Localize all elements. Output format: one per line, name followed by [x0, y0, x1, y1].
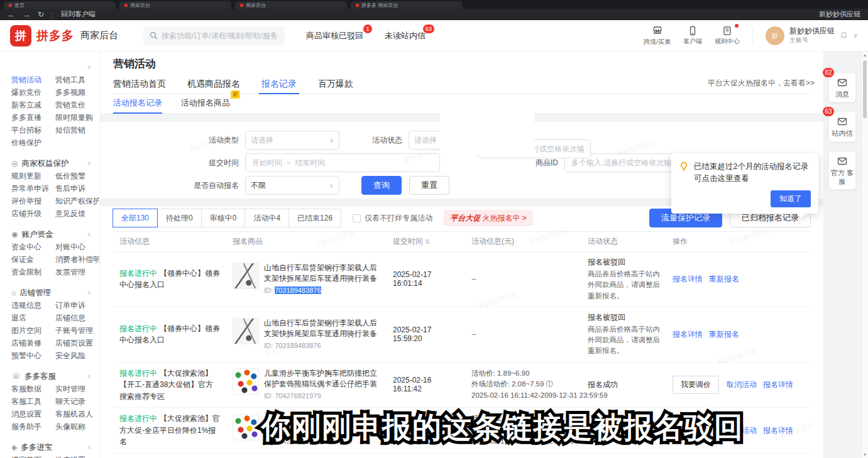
- reset-button[interactable]: 重置: [409, 176, 449, 195]
- sidebar-item[interactable]: 子账号管理: [55, 324, 99, 337]
- scrollbar-thumb[interactable]: [863, 60, 867, 118]
- sidebar-item[interactable]: 多多直播: [11, 111, 55, 124]
- sidebar-item[interactable]: 聊天记录: [55, 395, 99, 408]
- page-scrollbar[interactable]: ▲ ▼: [861, 52, 868, 458]
- status-segment[interactable]: 审核中0: [201, 209, 246, 227]
- activity-type-select[interactable]: 请选择 ∨: [245, 131, 339, 150]
- action-link[interactable]: 报名详情: [763, 380, 793, 389]
- sidebar-group-header[interactable]: ◎ 商家权益保护 ∧: [11, 157, 100, 170]
- browser-tab[interactable]: 首页: [4, 1, 116, 9]
- sidebar-group-header[interactable]: ∧: [11, 61, 100, 74]
- sidebar-item[interactable]: 营销活动: [11, 74, 55, 86]
- sidebar-item[interactable]: 违规信息: [11, 299, 55, 312]
- sidebar-item[interactable]: 资金限制: [11, 266, 55, 278]
- sidebar-item[interactable]: 营销工具: [55, 74, 99, 86]
- client-app-entry[interactable]: 客户端: [683, 26, 702, 46]
- sidebar-item[interactable]: 知识产权保护: [55, 195, 99, 207]
- sidebar-group-header[interactable]: ☏ 多多客服 ∧: [11, 370, 100, 383]
- scroll-down-icon[interactable]: ▼: [862, 452, 868, 457]
- sidebar-item[interactable]: 实时管理: [55, 383, 99, 395]
- sidebar-item[interactable]: 头像昵称: [55, 420, 99, 433]
- action-link[interactable]: 重新报名: [709, 330, 739, 339]
- sidebar-item[interactable]: 新客立减: [11, 99, 55, 111]
- back-to-client-link[interactable]: 回到客户端: [61, 9, 96, 19]
- sidebar-item[interactable]: 进宝首页: [11, 454, 55, 458]
- browser-tab[interactable]: 商家后台: [119, 1, 231, 9]
- sidebar-item[interactable]: 图片空间: [11, 324, 55, 337]
- collapse-icon[interactable]: ∧: [87, 64, 91, 70]
- sidebar-item[interactable]: 店铺信息: [55, 312, 99, 324]
- sidebar-item[interactable]: 低价预警: [55, 170, 99, 182]
- collapse-icon[interactable]: ∧: [87, 231, 91, 237]
- sidebar-item[interactable]: 爆款竞价: [11, 86, 55, 99]
- scroll-up-icon[interactable]: ▲: [862, 53, 868, 57]
- unread-inbox-link[interactable]: 未读站内信63: [385, 30, 426, 41]
- tooltip-ok-button[interactable]: 知道了: [771, 190, 811, 207]
- review-rejected-link[interactable]: 商品审核已驳回1: [306, 30, 363, 41]
- sidebar-item[interactable]: 评价举报: [11, 195, 55, 207]
- sidebar-item[interactable]: 异常单申诉: [11, 182, 55, 195]
- adjust-price-button[interactable]: 我要调价: [673, 376, 719, 394]
- sidebar-item[interactable]: 消费者补偿明细: [55, 253, 99, 266]
- submit-time-range-input[interactable]: [245, 153, 440, 172]
- sidebar-item[interactable]: 限时限量购: [55, 111, 99, 124]
- status-segment[interactable]: 待处理0: [157, 209, 202, 227]
- global-search[interactable]: [143, 26, 285, 45]
- collapse-icon[interactable]: ∧: [87, 373, 91, 379]
- action-link[interactable]: 报名详情: [673, 275, 703, 283]
- sidebar-item[interactable]: 安全风险: [55, 349, 99, 362]
- rules-center-entry[interactable]: 规则中心: [715, 26, 740, 46]
- sidebar-group-header[interactable]: ◉ 账户资金 ∧: [11, 228, 100, 241]
- sidebar-item[interactable]: 多多视频: [55, 86, 99, 99]
- sub-tab[interactable]: 活动报名记录: [113, 95, 162, 113]
- collapse-icon[interactable]: ∧: [87, 444, 91, 450]
- sidebar-item[interactable]: 价格保护: [11, 136, 55, 149]
- sidebar-item[interactable]: 保证金: [11, 253, 55, 266]
- sidebar-item[interactable]: 预警中心: [11, 349, 55, 362]
- collapse-icon[interactable]: ∧: [87, 290, 91, 296]
- bell-small-icon[interactable]: [840, 31, 848, 40]
- sidebar-item[interactable]: 客服工具: [11, 395, 55, 408]
- collapse-icon[interactable]: ∧: [87, 160, 91, 166]
- sidebar-item[interactable]: 退店: [11, 312, 55, 324]
- browser-tab[interactable]: 拼多多 商家后台: [351, 1, 463, 9]
- chevron-down-icon[interactable]: ∨: [853, 31, 858, 40]
- sidebar-item[interactable]: 意见反馈: [55, 207, 99, 220]
- sidebar-item[interactable]: 客服机器人: [55, 408, 99, 420]
- sidebar-item[interactable]: 营销竞价: [55, 99, 99, 111]
- sidebar-group-header[interactable]: ⌂ 店铺管理 ∧: [11, 286, 100, 299]
- search-input[interactable]: [162, 31, 278, 40]
- sidebar-item[interactable]: 售后申诉: [55, 182, 99, 195]
- sidebar-item[interactable]: 对账中心: [55, 241, 99, 253]
- main-tab[interactable]: 营销活动首页: [113, 75, 166, 94]
- rail-button[interactable]: 官方 客服: [828, 151, 856, 190]
- big-promo-hot-link[interactable]: 平台大促 火热报名中 >: [444, 210, 533, 226]
- sidebar-item[interactable]: 订单申诉: [55, 299, 99, 312]
- sub-tab[interactable]: 活动报名商品 新: [181, 95, 230, 113]
- sidebar-item[interactable]: 推广设置: [55, 454, 99, 458]
- promo-banner-link[interactable]: 平台大促火热报名中，去看看>>: [708, 78, 815, 89]
- sidebar-item[interactable]: 规则更新: [11, 170, 55, 182]
- status-segment[interactable]: 已结束126: [288, 209, 341, 227]
- crossborder-entry[interactable]: 跨境/买菜: [644, 25, 671, 46]
- status-segment[interactable]: 全部130: [113, 209, 158, 227]
- auto-signup-select[interactable]: 不限 ∨: [245, 176, 339, 195]
- sidebar-item[interactable]: 发票管理: [55, 266, 99, 278]
- main-tab[interactable]: 百万爆款: [318, 75, 353, 94]
- main-tab[interactable]: 报名记录: [261, 75, 297, 94]
- sidebar-item[interactable]: 店铺页设置: [55, 337, 99, 349]
- action-link[interactable]: 重新报名: [709, 275, 739, 283]
- back-icon[interactable]: ←: [8, 11, 15, 18]
- rail-button[interactable]: 82 消息: [828, 72, 856, 102]
- sidebar-item[interactable]: 客服数据: [11, 383, 55, 395]
- browser-tab[interactable]: 商家后台: [235, 1, 347, 9]
- exclusive-activity-checkbox[interactable]: 仅看不打烊专属活动: [353, 213, 432, 224]
- sidebar-group-header[interactable]: ◈ 多多进宝 ∧: [11, 441, 100, 454]
- action-link[interactable]: 取消活动: [727, 380, 757, 389]
- rail-button[interactable]: 63 站内信: [828, 111, 856, 141]
- status-segment[interactable]: 活动中4: [244, 209, 289, 227]
- sidebar-item[interactable]: 短信营销: [55, 124, 99, 136]
- sidebar-item[interactable]: 店铺升级: [11, 207, 55, 220]
- sidebar-item[interactable]: 店铺装修: [11, 337, 55, 349]
- sidebar-item[interactable]: 消息设置: [11, 408, 55, 420]
